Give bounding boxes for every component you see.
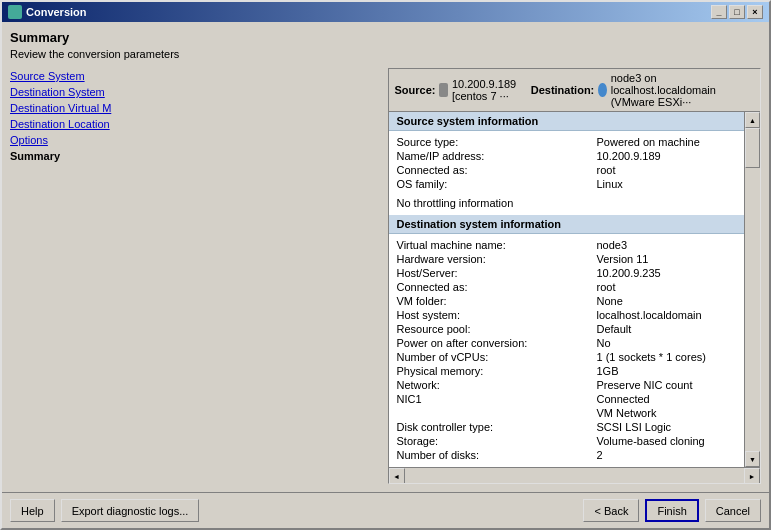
table-row: Virtual machine name: node3 (397, 238, 737, 252)
storage-value: Volume-based cloning (597, 435, 737, 447)
title-bar: Conversion _ □ × (2, 2, 769, 22)
vm-folder-label: VM folder: (397, 295, 597, 307)
window-title: Conversion (26, 6, 87, 18)
hw-version-value: Version 11 (597, 253, 737, 265)
storage-label: Storage: (397, 435, 597, 447)
horizontal-scrollbar[interactable]: ◄ ► (389, 467, 761, 483)
dest-text: node3 on localhost.localdomain (VMware E… (611, 72, 754, 108)
scrollable-content[interactable]: Source system information Source type: P… (389, 112, 745, 467)
name-ip-label: Name/IP address: (397, 150, 597, 162)
vertical-scrollbar[interactable]: ▲ ▼ (744, 112, 760, 467)
scroll-thumb-area[interactable] (745, 128, 760, 451)
window-icon (8, 5, 22, 19)
num-disks-value: 2 (597, 449, 737, 461)
footer-right: < Back Finish Cancel (583, 499, 761, 522)
help-button[interactable]: Help (10, 499, 55, 522)
cancel-button[interactable]: Cancel (705, 499, 761, 522)
resource-pool-value: Default (597, 323, 737, 335)
window-content: Summary Review the conversion parameters… (2, 22, 769, 492)
table-row: VM folder: None (397, 294, 737, 308)
table-row: Connected as: root (397, 163, 737, 177)
nic1-network-label (397, 407, 597, 419)
table-row: Connected as: root (397, 280, 737, 294)
table-row: Host system: localhost.localdomain (397, 308, 737, 322)
source-text: 10.200.9.189 [centos 7 ··· (452, 78, 527, 102)
minimize-button[interactable]: _ (711, 5, 727, 19)
connected-as-value: root (597, 164, 737, 176)
scroll-down-button[interactable]: ▼ (745, 451, 760, 467)
source-info-table: Source type: Powered on machine Name/IP … (389, 131, 745, 195)
table-row: Number of vCPUs: 1 (1 sockets * 1 cores) (397, 350, 737, 364)
footer: Help Export diagnostic logs... < Back Fi… (2, 492, 769, 528)
vm-name-label: Virtual machine name: (397, 239, 597, 251)
host-system-label: Host system: (397, 309, 597, 321)
sidebar: Source System Destination System Destina… (10, 68, 382, 484)
network-value: Preserve NIC count (597, 379, 737, 391)
dest-section-header: Destination system information (389, 215, 745, 234)
title-bar-left: Conversion (8, 5, 87, 19)
header-area: Summary Review the conversion parameters (10, 30, 761, 60)
sidebar-item-options[interactable]: Options (10, 132, 382, 148)
table-row: Name/IP address: 10.200.9.189 (397, 149, 737, 163)
close-button[interactable]: × (747, 5, 763, 19)
power-on-label: Power on after conversion: (397, 337, 597, 349)
source-type-label: Source type: (397, 136, 597, 148)
name-ip-value: 10.200.9.189 (597, 150, 737, 162)
scroll-right-button[interactable]: ► (744, 468, 760, 484)
scroll-thumb[interactable] (745, 128, 760, 168)
scroll-left-button[interactable]: ◄ (389, 468, 405, 484)
dest-connected-as-label: Connected as: (397, 281, 597, 293)
source-label: Source: (395, 84, 436, 96)
main-area: Source System Destination System Destina… (10, 68, 761, 484)
network-label: Network: (397, 379, 597, 391)
dest-machine-icon (598, 83, 606, 97)
scroll-up-button[interactable]: ▲ (745, 112, 760, 128)
memory-label: Physical memory: (397, 365, 597, 377)
sidebar-item-destination-system[interactable]: Destination System (10, 84, 382, 100)
sidebar-item-destination-virtual[interactable]: Destination Virtual M (10, 100, 382, 116)
title-bar-controls: _ □ × (711, 5, 763, 19)
table-row: Disk controller type: SCSI LSI Logic (397, 420, 737, 434)
table-row: Number of disks: 2 (397, 448, 737, 462)
os-family-label: OS family: (397, 178, 597, 190)
table-row: VM Network (397, 406, 737, 420)
num-disks-label: Number of disks: (397, 449, 597, 461)
page-title: Summary (10, 30, 761, 45)
table-row: Hardware version: Version 11 (397, 252, 737, 266)
vcpus-value: 1 (1 sockets * 1 cores) (597, 351, 737, 363)
vm-name-value: node3 (597, 239, 737, 251)
dest-label: Destination: (531, 84, 595, 96)
maximize-button[interactable]: □ (729, 5, 745, 19)
finish-button[interactable]: Finish (645, 499, 698, 522)
table-row: Network: Preserve NIC count (397, 378, 737, 392)
dest-info-table: Virtual machine name: node3 Hardware ver… (389, 234, 745, 466)
vm-folder-value: None (597, 295, 737, 307)
connected-as-label: Connected as: (397, 164, 597, 176)
os-family-value: Linux (597, 178, 737, 190)
source-type-value: Powered on machine (597, 136, 737, 148)
table-row: Host/Server: 10.200.9.235 (397, 266, 737, 280)
source-machine-icon (439, 83, 447, 97)
sidebar-item-source-system[interactable]: Source System (10, 68, 382, 84)
no-throttle-note: No throttling information (389, 195, 745, 211)
sidebar-item-destination-location[interactable]: Destination Location (10, 116, 382, 132)
page-subtitle: Review the conversion parameters (10, 48, 761, 60)
resource-pool-label: Resource pool: (397, 323, 597, 335)
sidebar-item-summary[interactable]: Summary (10, 148, 382, 164)
horiz-scroll-track[interactable] (405, 468, 745, 483)
nic1-network-value: VM Network (597, 407, 737, 419)
content-with-scroll: Source system information Source type: P… (389, 112, 761, 467)
table-row: Resource pool: Default (397, 322, 737, 336)
vcpus-label: Number of vCPUs: (397, 351, 597, 363)
main-window: Conversion _ □ × Summary Review the conv… (0, 0, 771, 530)
table-row: OS family: Linux (397, 177, 737, 191)
hw-version-label: Hardware version: (397, 253, 597, 265)
nic1-label: NIC1 (397, 393, 597, 405)
memory-value: 1GB (597, 365, 737, 377)
export-logs-button[interactable]: Export diagnostic logs... (61, 499, 200, 522)
back-button[interactable]: < Back (583, 499, 639, 522)
nic1-value: Connected (597, 393, 737, 405)
source-section-header: Source system information (389, 112, 745, 131)
table-row: Source type: Powered on machine (397, 135, 737, 149)
content-panel: Source: 10.200.9.189 [centos 7 ··· Desti… (388, 68, 762, 484)
